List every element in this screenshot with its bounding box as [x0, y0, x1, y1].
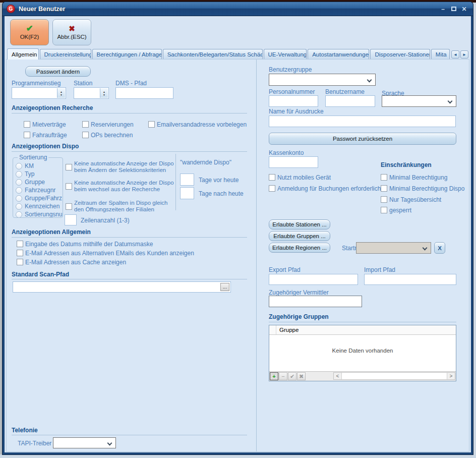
- tab-ue-verwaltung[interactable]: UE-Verwaltung: [264, 49, 307, 60]
- radio-km[interactable]: [16, 163, 22, 169]
- vermittler-input[interactable]: [269, 296, 362, 307]
- benutzername-input[interactable]: [325, 95, 375, 107]
- spinner-buttons[interactable]: ▲ ▼: [57, 88, 65, 98]
- checkbox-label-datumsmaske: Eingabe des Datums mithilfe der Datumsma…: [25, 241, 153, 248]
- spinner-buttons[interactable]: ▲ ▼: [100, 88, 108, 98]
- tab-disposerver-stationen[interactable]: Disposerver-Stationen: [370, 49, 430, 60]
- sprache-select[interactable]: [382, 95, 456, 107]
- scroll-right-icon[interactable]: >: [447, 373, 455, 379]
- desktop-background-bottom: [0, 454, 476, 458]
- tage-nach-heute-label: Tage nach heute: [199, 190, 244, 197]
- checkbox-label-keine-anzeige-recherche: Keine automatische Anzeige der Dispo bei…: [74, 180, 174, 193]
- kassenkonto-input[interactable]: [269, 156, 318, 168]
- browse-icon[interactable]: ...: [220, 283, 229, 291]
- scroll-left-icon[interactable]: <: [334, 373, 342, 379]
- zeilenanzahl-label: Zeilenanzahl (1-3): [81, 217, 130, 224]
- radio-gruppe-fahrzeugnr[interactable]: [16, 195, 22, 202]
- tab-mitarbeiter[interactable]: Mita: [431, 49, 450, 60]
- titlebar[interactable]: G Neuer Benutzer – ✕: [3, 2, 473, 16]
- radio-fahrzeugnr[interactable]: [16, 187, 22, 194]
- radio-sortierungsnummer[interactable]: [16, 211, 22, 218]
- personalnummer-input[interactable]: [269, 95, 318, 107]
- programmeinstieg-input[interactable]: ▲ ▼: [12, 87, 66, 99]
- column-header-gruppe[interactable]: Gruppe: [276, 327, 299, 333]
- scan-pfad-input[interactable]: ...: [13, 281, 231, 293]
- gruppen-table-header[interactable]: Gruppe: [269, 325, 456, 335]
- station-input[interactable]: ▲ ▼: [74, 87, 109, 99]
- export-pfad-label: Export Pfad: [269, 266, 301, 273]
- checkbox-label-gesperrt: gesperrt: [389, 207, 411, 214]
- checkbox-mobiles-geraet[interactable]: [269, 174, 275, 181]
- startregion-select[interactable]: [356, 242, 431, 254]
- checkbox-label-minimal-berechtigung-dispo: Minimal Berechtigung Dispo: [389, 185, 464, 192]
- section-allgemein: Anzeigeoptionen Allgemein: [12, 228, 91, 236]
- erlaubte-regionen-button[interactable]: Erlaubte Regionen ...: [269, 243, 330, 253]
- radio-gruppe[interactable]: [16, 179, 22, 186]
- tab-sachkonten[interactable]: Sachkonten/Belegarten/Status Schäden: [163, 49, 263, 60]
- erlaubte-gruppen-button[interactable]: Erlaubte Gruppen ...: [269, 231, 330, 241]
- spin-down-icon[interactable]: ▼: [103, 93, 105, 96]
- tab-druckereinstellung[interactable]: Druckereinstellung: [40, 49, 91, 60]
- checkbox-datumsmaske[interactable]: [17, 241, 23, 247]
- tage-vor-heute-input[interactable]: [180, 174, 194, 186]
- tage-nach-heute-input[interactable]: [180, 187, 194, 199]
- checkbox-zeitraum-spalten[interactable]: [66, 203, 72, 210]
- benutzergruppe-select[interactable]: [269, 74, 376, 86]
- checkbox-minimal-berechtigung-dispo[interactable]: [381, 185, 387, 192]
- minimize-icon[interactable]: –: [439, 5, 447, 13]
- radio-typ[interactable]: [16, 171, 22, 178]
- horizontal-scrollbar[interactable]: < >: [333, 372, 455, 380]
- close-icon[interactable]: ✕: [460, 5, 468, 13]
- change-password-button[interactable]: Passwort ändern: [25, 66, 91, 77]
- tab-allgemein[interactable]: Allgemein: [7, 48, 39, 60]
- erlaubte-stationen-button[interactable]: Erlaubte Stationen ...: [269, 219, 330, 230]
- x-icon: ✖: [69, 25, 75, 32]
- checkbox-anmeldung-buchungen[interactable]: [269, 185, 275, 192]
- section-recherche: Anzeigeoptionen Recherche: [12, 104, 93, 111]
- checkbox-gesperrt[interactable]: [381, 207, 387, 213]
- maximize-icon[interactable]: [450, 5, 457, 13]
- checkbox-label-reservierungen: Reservierungen: [91, 121, 134, 128]
- checkbox-email-cache[interactable]: [17, 259, 23, 265]
- zeilenanzahl-input[interactable]: [65, 214, 77, 225]
- divider: [12, 279, 247, 279]
- import-pfad-input[interactable]: [364, 274, 456, 285]
- cancel-row-icon[interactable]: ✖: [297, 372, 306, 380]
- benutzergruppe-label: Benutzergruppe: [269, 66, 312, 73]
- checkbox-nur-tagesuebersicht[interactable]: [381, 196, 387, 203]
- spin-down-icon[interactable]: ▼: [60, 93, 63, 96]
- chevron-down-icon: [423, 246, 428, 251]
- checkbox-reservierungen[interactable]: [82, 121, 89, 128]
- name-ausdrucke-input[interactable]: [269, 116, 456, 127]
- tab-autostartanwendungen[interactable]: Autostartanwendungen: [308, 49, 369, 60]
- cancel-button[interactable]: ✖ Abbr.(ESC): [52, 19, 91, 45]
- checkbox-mietvertraege[interactable]: [24, 121, 30, 128]
- tapi-treiber-select[interactable]: [53, 437, 116, 448]
- checkbox-fahrauftraege[interactable]: [24, 132, 30, 138]
- checkbox-email-alternativen[interactable]: [17, 250, 23, 256]
- tab-berechtigungen[interactable]: Berechtigungen / Abfragen: [92, 49, 162, 60]
- dms-pfad-input[interactable]: [115, 87, 173, 99]
- dms-pfad-label: DMS - Pfad: [115, 80, 147, 87]
- checkbox-label-mobiles-geraet: Nutzt mobiles Gerät: [277, 174, 331, 181]
- tapi-treiber-label: TAPI-Treiber: [18, 440, 51, 447]
- checkbox-keine-anzeige-selektion[interactable]: [66, 164, 72, 170]
- checkbox-ops-berechnen[interactable]: [82, 132, 89, 138]
- reset-password-button[interactable]: Passwort zurücksetzen: [269, 133, 456, 145]
- checkbox-emailversandadresse[interactable]: [148, 121, 155, 128]
- tab-scroll-left-icon[interactable]: ◄: [451, 50, 459, 59]
- ok-button[interactable]: ✔ OK(F2): [10, 19, 49, 45]
- checkbox-keine-anzeige-recherche[interactable]: [66, 183, 72, 190]
- export-pfad-input[interactable]: [269, 274, 358, 285]
- remove-row-icon[interactable]: −: [279, 372, 287, 380]
- divider: [269, 322, 456, 322]
- programmeinstieg-label: Programmeinstieg: [12, 80, 61, 87]
- confirm-row-icon[interactable]: ✔: [288, 372, 296, 380]
- radio-kennzeichen[interactable]: [16, 203, 22, 210]
- tab-scroll-right-icon[interactable]: ►: [460, 50, 468, 59]
- add-row-icon[interactable]: +: [270, 372, 278, 380]
- clear-startregion-button[interactable]: X: [434, 242, 445, 254]
- checkbox-minimal-berechtigung[interactable]: [381, 174, 387, 181]
- row-selector-column: [269, 325, 276, 334]
- kassenkonto-label: Kassenkonto: [269, 149, 304, 156]
